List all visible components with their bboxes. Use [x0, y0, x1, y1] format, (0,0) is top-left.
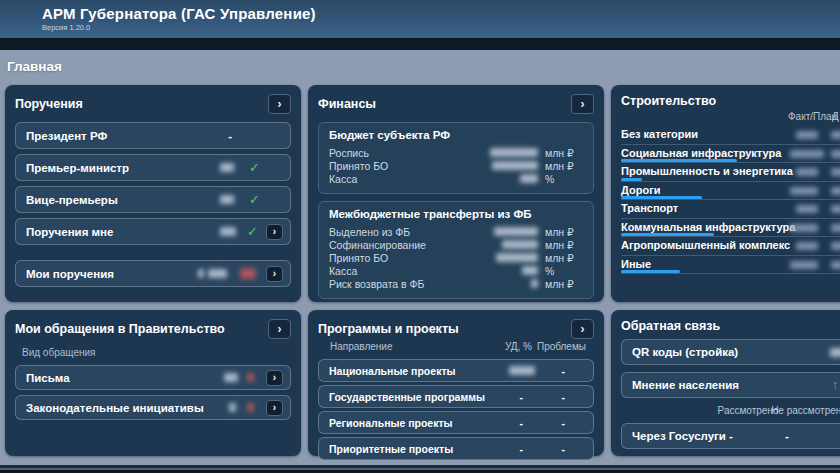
row-vice-premiery[interactable]: Вице-премьеры ✓ [15, 186, 291, 213]
row-label: Приоритетные проекты [329, 443, 453, 455]
masked-value [831, 224, 840, 232]
finance-unit: млн ₽ [545, 278, 583, 290]
build-row-inye[interactable]: Иные [621, 256, 840, 275]
obrashcheniya-expand-button[interactable]: › [268, 319, 291, 339]
chevron-right-icon[interactable]: › [266, 224, 283, 240]
masked-fact-plan [796, 205, 818, 213]
row-prioritetnye-proekty[interactable]: Приоритетные проекты - - [318, 437, 594, 460]
row-label: Мнение населения [632, 379, 739, 391]
finance-unit: % [545, 265, 583, 277]
masked-amount [531, 279, 538, 288]
header-divider-bar [0, 38, 840, 50]
card-title-obrashcheniya: Мои обращения в Правительство [15, 322, 225, 336]
row-mnenie-naseleniya[interactable]: Мнение населения ↑ [621, 372, 840, 398]
row-label: Вице-премьеры [26, 194, 118, 206]
masked-alert-badge [240, 268, 256, 279]
build-row-bez-kategorii[interactable]: Без категории [621, 126, 840, 145]
card-obrashcheniya: Мои обращения в Правительство › Вид обра… [5, 310, 301, 456]
card-feedback: Обратная связь QR коды (стройка) Мнение … [611, 310, 840, 456]
build-label: Иные [621, 258, 651, 270]
card-finansy: Финансы › Бюджет субъекта РФ Роспись млн… [308, 85, 604, 302]
row-qr-kody[interactable]: QR коды (стройка) [621, 339, 840, 365]
chevron-right-icon[interactable]: › [266, 370, 283, 386]
subcard-title: Бюджет субъекта РФ [329, 129, 583, 141]
masked-value [831, 187, 840, 195]
masked-fact-plan [796, 168, 818, 176]
row-cherez-gosuslugi[interactable]: Через Госуслуги - - [621, 423, 840, 449]
build-row-dorogi[interactable]: Дороги [621, 182, 840, 201]
masked-count [220, 163, 234, 172]
build-row-promyshlennost[interactable]: Промышленность и энергетика [621, 163, 840, 182]
row-gosudarstvennye-programmy[interactable]: Государственные программы - - [318, 385, 594, 408]
build-label: Дороги [621, 184, 660, 196]
chevron-right-icon[interactable]: › [266, 400, 283, 416]
masked-count [198, 269, 204, 278]
finance-row-kassa: Касса % [329, 172, 583, 185]
trend-up-icon: ↑ [832, 378, 838, 392]
subcard-budget[interactable]: Бюджет субъекта РФ Роспись млн ₽ Принято… [318, 122, 594, 194]
finance-unit: млн ₽ [545, 239, 583, 251]
check-icon: ✓ [247, 224, 258, 239]
row-label: Через Госуслуги [632, 430, 726, 442]
finance-row-rospis: Роспись млн ₽ [329, 146, 583, 159]
row-porucheniya-mne[interactable]: Поручения мне ✓ › [15, 218, 291, 245]
subcard-transfers[interactable]: Межбюджетные трансферты из ФБ Выделено и… [318, 201, 594, 299]
build-row-transport[interactable]: Транспорт [621, 200, 840, 219]
row-premier-ministr[interactable]: Премьер-министр ✓ [15, 154, 291, 181]
masked-count [830, 348, 840, 357]
header-ud: УД, % [505, 341, 532, 352]
card-stroitelstvo: Строительство Факт/План Д Без категории … [611, 85, 840, 302]
masked-amount [502, 240, 538, 249]
masked-fact-plan [796, 242, 818, 250]
card-porucheniya: Поручения › Президент РФ - Премьер-минис… [5, 85, 301, 302]
row-pisma[interactable]: Письма › [15, 365, 291, 390]
app-title: АРМ Губернатора (ГАС Управление) [42, 5, 840, 22]
app-header: АРМ Губернатора (ГАС Управление) Версия … [0, 0, 840, 38]
masked-value [831, 150, 840, 158]
stroitelstvo-column-headers: Факт/План Д [621, 111, 840, 124]
masked-ud-value [509, 366, 535, 375]
build-row-agroprom[interactable]: Агропромышленный комплекс [621, 237, 840, 256]
type-label: Вид обращения [22, 347, 291, 358]
finance-row-risk: Риск возврата в ФБ млн ₽ [329, 277, 583, 290]
build-row-kommunalnaya[interactable]: Коммунальная инфраструктура [621, 219, 840, 238]
finance-unit: % [545, 173, 583, 185]
problems-value: - [562, 443, 566, 455]
ud-value: - [520, 443, 524, 455]
chevron-right-icon[interactable]: › [266, 266, 283, 282]
row-label: Региональные проекты [329, 417, 453, 429]
finansy-expand-button[interactable]: › [571, 94, 594, 114]
dashboard-grid: Поручения › Президент РФ - Премьер-минис… [5, 85, 840, 456]
row-zakonodatelnye[interactable]: Законодательные инициативы › [15, 395, 291, 420]
bottom-divider [0, 465, 840, 473]
porucheniya-expand-button[interactable]: › [268, 94, 291, 114]
finance-label: Касса [329, 265, 522, 277]
masked-amount [520, 174, 538, 183]
feedback-column-headers: Рассмотрено Не рассмотрено [621, 405, 840, 417]
row-moi-porucheniya[interactable]: Мои поручения › [15, 260, 291, 287]
build-row-socialnaya[interactable]: Социальная инфраструктура [621, 145, 840, 164]
finance-row-sofinansirovanie: Софинансирование млн ₽ [329, 238, 583, 251]
row-president-rf[interactable]: Президент РФ - [15, 122, 291, 149]
progress-bar [621, 178, 642, 181]
masked-value [831, 261, 840, 269]
progress-bar [621, 159, 737, 162]
programmy-expand-button[interactable]: › [571, 319, 594, 339]
card-title-finansy: Финансы [318, 97, 376, 111]
check-icon: ✓ [249, 192, 260, 207]
masked-count [220, 195, 234, 204]
row-nacionalnye-proekty[interactable]: Национальные проекты - [318, 359, 594, 382]
row-regionalnye-proekty[interactable]: Региональные проекты - - [318, 411, 594, 434]
masked-value [831, 131, 840, 139]
masked-fact-plan [790, 261, 818, 269]
check-icon: ✓ [249, 160, 260, 175]
progress-bar [621, 196, 702, 199]
finance-unit: млн ₽ [545, 226, 583, 238]
reviewed-value: - [729, 430, 733, 442]
masked-value [831, 168, 840, 176]
row-label: Государственные программы [329, 391, 485, 403]
finance-unit: млн ₽ [545, 252, 583, 264]
row-label: Поручения мне [26, 226, 113, 238]
ud-value: - [520, 417, 524, 429]
header-fact-plan: Факт/План [788, 111, 837, 122]
